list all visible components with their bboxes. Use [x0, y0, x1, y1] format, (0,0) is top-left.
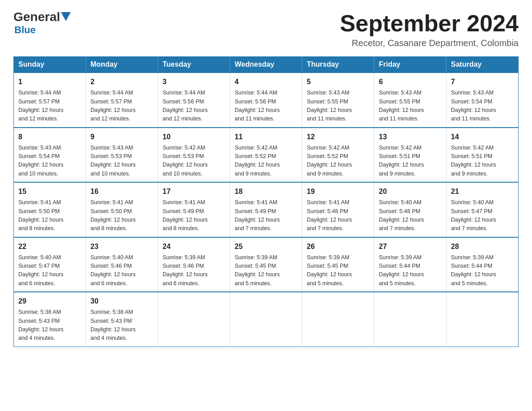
- day-info: Sunrise: 5:43 AM Sunset: 5:54 PM Dayligh…: [451, 89, 514, 124]
- calendar-cell: 25Sunrise: 5:39 AM Sunset: 5:45 PM Dayli…: [230, 237, 302, 292]
- calendar-cell: 2Sunrise: 5:44 AM Sunset: 5:57 PM Daylig…: [86, 73, 158, 128]
- calendar-cell: 9Sunrise: 5:43 AM Sunset: 5:53 PM Daylig…: [86, 128, 158, 183]
- day-number: 16: [90, 186, 153, 197]
- day-info: Sunrise: 5:41 AM Sunset: 5:50 PM Dayligh…: [90, 198, 153, 233]
- calendar-cell: 24Sunrise: 5:39 AM Sunset: 5:46 PM Dayli…: [158, 237, 230, 292]
- day-number: 20: [379, 186, 442, 197]
- day-info: Sunrise: 5:42 AM Sunset: 5:52 PM Dayligh…: [235, 144, 297, 179]
- day-info: Sunrise: 5:43 AM Sunset: 5:55 PM Dayligh…: [307, 89, 369, 124]
- weekday-header-monday: Monday: [86, 57, 158, 73]
- day-info: Sunrise: 5:39 AM Sunset: 5:46 PM Dayligh…: [163, 253, 225, 288]
- day-info: Sunrise: 5:40 AM Sunset: 5:48 PM Dayligh…: [379, 198, 442, 233]
- day-number: 13: [379, 132, 442, 142]
- day-number: 11: [235, 132, 297, 142]
- calendar-cell: [158, 292, 230, 347]
- calendar-cell: 13Sunrise: 5:42 AM Sunset: 5:51 PM Dayli…: [374, 128, 446, 183]
- day-number: 23: [90, 241, 153, 252]
- day-info: Sunrise: 5:42 AM Sunset: 5:51 PM Dayligh…: [451, 144, 514, 179]
- calendar-week-5: 29Sunrise: 5:38 AM Sunset: 5:43 PM Dayli…: [14, 292, 519, 347]
- calendar-week-1: 1Sunrise: 5:44 AM Sunset: 5:57 PM Daylig…: [14, 73, 519, 128]
- day-number: 7: [451, 77, 514, 87]
- calendar-cell: [230, 292, 302, 347]
- day-info: Sunrise: 5:42 AM Sunset: 5:52 PM Dayligh…: [307, 144, 369, 179]
- day-info: Sunrise: 5:39 AM Sunset: 5:45 PM Dayligh…: [235, 253, 297, 288]
- day-info: Sunrise: 5:43 AM Sunset: 5:54 PM Dayligh…: [18, 144, 81, 179]
- calendar-week-2: 8Sunrise: 5:43 AM Sunset: 5:54 PM Daylig…: [14, 128, 519, 183]
- day-number: 25: [235, 241, 297, 252]
- day-info: Sunrise: 5:38 AM Sunset: 5:43 PM Dayligh…: [18, 308, 81, 343]
- calendar-header-row: SundayMondayTuesdayWednesdayThursdayFrid…: [14, 57, 519, 73]
- calendar-cell: 14Sunrise: 5:42 AM Sunset: 5:51 PM Dayli…: [446, 128, 519, 183]
- calendar-cell: 30Sunrise: 5:38 AM Sunset: 5:43 PM Dayli…: [86, 292, 158, 347]
- calendar-week-4: 22Sunrise: 5:40 AM Sunset: 5:47 PM Dayli…: [14, 237, 519, 292]
- weekday-header-thursday: Thursday: [302, 57, 374, 73]
- day-info: Sunrise: 5:43 AM Sunset: 5:53 PM Dayligh…: [90, 144, 153, 179]
- day-number: 30: [90, 296, 153, 307]
- calendar-cell: 27Sunrise: 5:39 AM Sunset: 5:44 PM Dayli…: [374, 237, 446, 292]
- day-info: Sunrise: 5:41 AM Sunset: 5:49 PM Dayligh…: [235, 198, 297, 233]
- day-number: 14: [451, 132, 514, 142]
- day-number: 10: [163, 132, 225, 142]
- calendar-cell: 16Sunrise: 5:41 AM Sunset: 5:50 PM Dayli…: [86, 182, 158, 237]
- svg-marker-0: [61, 12, 71, 21]
- day-info: Sunrise: 5:38 AM Sunset: 5:43 PM Dayligh…: [90, 308, 153, 343]
- day-number: 3: [163, 77, 225, 87]
- calendar-cell: 23Sunrise: 5:40 AM Sunset: 5:46 PM Dayli…: [86, 237, 158, 292]
- calendar-cell: 7Sunrise: 5:43 AM Sunset: 5:54 PM Daylig…: [446, 73, 519, 128]
- calendar-table: SundayMondayTuesdayWednesdayThursdayFrid…: [13, 56, 519, 347]
- day-number: 5: [307, 77, 369, 87]
- calendar-cell: 12Sunrise: 5:42 AM Sunset: 5:52 PM Dayli…: [302, 128, 374, 183]
- title-area: September 2024 Recetor, Casanare Departm…: [340, 11, 519, 48]
- calendar-cell: 1Sunrise: 5:44 AM Sunset: 5:57 PM Daylig…: [14, 73, 86, 128]
- day-number: 12: [307, 132, 369, 142]
- calendar-cell: 11Sunrise: 5:42 AM Sunset: 5:52 PM Dayli…: [230, 128, 302, 183]
- day-info: Sunrise: 5:44 AM Sunset: 5:56 PM Dayligh…: [163, 89, 225, 124]
- calendar-cell: [446, 292, 519, 347]
- day-number: 9: [90, 132, 153, 142]
- day-number: 6: [379, 77, 442, 87]
- calendar-cell: 26Sunrise: 5:39 AM Sunset: 5:45 PM Dayli…: [302, 237, 374, 292]
- day-info: Sunrise: 5:41 AM Sunset: 5:50 PM Dayligh…: [18, 198, 81, 233]
- calendar-cell: 5Sunrise: 5:43 AM Sunset: 5:55 PM Daylig…: [302, 73, 374, 128]
- subtitle: Recetor, Casanare Department, Colombia: [340, 38, 519, 48]
- weekday-header-wednesday: Wednesday: [230, 57, 302, 73]
- calendar-cell: 6Sunrise: 5:43 AM Sunset: 5:55 PM Daylig…: [374, 73, 446, 128]
- day-number: 26: [307, 241, 369, 252]
- weekday-header-sunday: Sunday: [14, 57, 86, 73]
- day-number: 27: [379, 241, 442, 252]
- day-number: 19: [307, 186, 369, 197]
- weekday-header-saturday: Saturday: [446, 57, 519, 73]
- calendar-cell: [374, 292, 446, 347]
- calendar-cell: [302, 292, 374, 347]
- day-info: Sunrise: 5:41 AM Sunset: 5:49 PM Dayligh…: [163, 198, 225, 233]
- day-number: 21: [451, 186, 514, 197]
- calendar-cell: 15Sunrise: 5:41 AM Sunset: 5:50 PM Dayli…: [14, 182, 86, 237]
- header-area: General Blue September 2024 Recetor, Cas…: [13, 11, 519, 48]
- calendar-cell: 10Sunrise: 5:42 AM Sunset: 5:53 PM Dayli…: [158, 128, 230, 183]
- calendar-cell: 18Sunrise: 5:41 AM Sunset: 5:49 PM Dayli…: [230, 182, 302, 237]
- logo-triangle-icon: [61, 12, 71, 21]
- calendar-week-3: 15Sunrise: 5:41 AM Sunset: 5:50 PM Dayli…: [14, 182, 519, 237]
- calendar-cell: 20Sunrise: 5:40 AM Sunset: 5:48 PM Dayli…: [374, 182, 446, 237]
- calendar-cell: 8Sunrise: 5:43 AM Sunset: 5:54 PM Daylig…: [14, 128, 86, 183]
- day-number: 4: [235, 77, 297, 87]
- calendar-cell: 28Sunrise: 5:39 AM Sunset: 5:44 PM Dayli…: [446, 237, 519, 292]
- calendar-cell: 29Sunrise: 5:38 AM Sunset: 5:43 PM Dayli…: [14, 292, 86, 347]
- day-number: 24: [163, 241, 225, 252]
- day-info: Sunrise: 5:43 AM Sunset: 5:55 PM Dayligh…: [379, 89, 442, 124]
- day-info: Sunrise: 5:41 AM Sunset: 5:48 PM Dayligh…: [307, 198, 369, 233]
- day-number: 8: [18, 132, 81, 142]
- calendar-cell: 17Sunrise: 5:41 AM Sunset: 5:49 PM Dayli…: [158, 182, 230, 237]
- day-info: Sunrise: 5:42 AM Sunset: 5:51 PM Dayligh…: [379, 144, 442, 179]
- day-info: Sunrise: 5:44 AM Sunset: 5:56 PM Dayligh…: [235, 89, 297, 124]
- day-number: 28: [451, 241, 514, 252]
- weekday-header-tuesday: Tuesday: [158, 57, 230, 73]
- logo-general-text: General: [13, 11, 60, 23]
- calendar-cell: 22Sunrise: 5:40 AM Sunset: 5:47 PM Dayli…: [14, 237, 86, 292]
- day-info: Sunrise: 5:40 AM Sunset: 5:47 PM Dayligh…: [451, 198, 514, 233]
- calendar-cell: 4Sunrise: 5:44 AM Sunset: 5:56 PM Daylig…: [230, 73, 302, 128]
- day-number: 22: [18, 241, 81, 252]
- day-number: 1: [18, 77, 81, 87]
- day-number: 29: [18, 296, 81, 307]
- calendar-cell: 3Sunrise: 5:44 AM Sunset: 5:56 PM Daylig…: [158, 73, 230, 128]
